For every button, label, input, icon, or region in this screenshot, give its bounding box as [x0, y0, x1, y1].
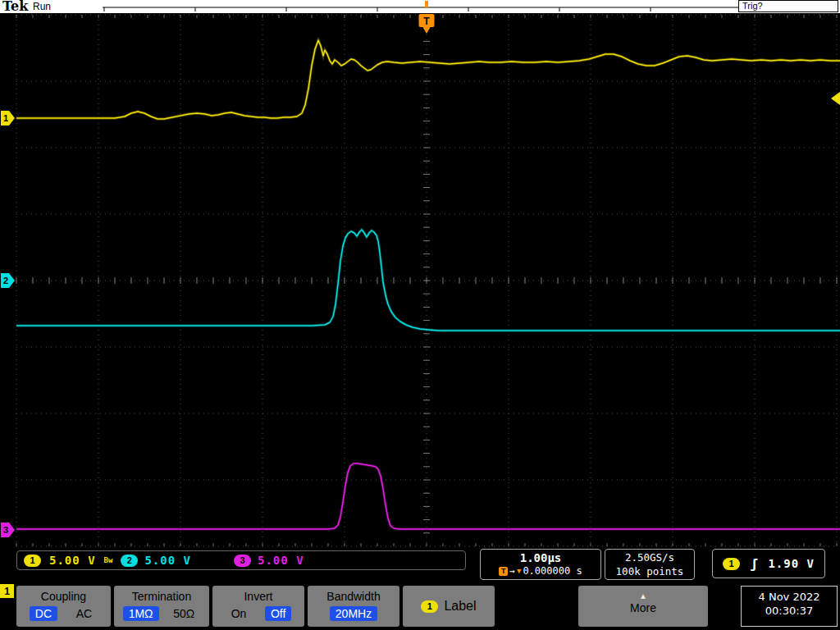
- channel-3-waveform: [16, 463, 840, 529]
- coupling-button[interactable]: Coupling DC AC: [16, 586, 111, 627]
- channel-1-bandwidth-limit-icon: Bw: [104, 556, 113, 564]
- horizontal-scale: 1.00µs: [481, 551, 600, 564]
- record-view-ruler: [0, 0, 840, 13]
- graticule-display: 123T: [0, 13, 840, 548]
- label-title: Label: [444, 599, 476, 614]
- channel-1-badge: 1: [24, 555, 41, 567]
- channel-markers: 123T: [1, 14, 840, 537]
- coupling-ac-option[interactable]: AC: [71, 606, 98, 621]
- invert-title: Invert: [212, 590, 304, 603]
- trigger-status-box: Trig?: [738, 0, 838, 12]
- more-title: More: [578, 601, 708, 614]
- graticule-grid: [16, 15, 837, 546]
- time-text: 00:30:37: [742, 605, 837, 617]
- datetime-display: 4 Nov 2022 00:30:37: [741, 586, 838, 627]
- coupling-dc-option[interactable]: DC: [30, 606, 57, 621]
- invert-off-option[interactable]: Off: [265, 606, 291, 621]
- bandwidth-20mhz-option[interactable]: 20MHz: [330, 606, 377, 621]
- trigger-position-flag-label: T: [423, 16, 430, 27]
- tek-logo: Tek: [2, 0, 28, 14]
- coupling-title: Coupling: [16, 590, 111, 603]
- channel-3-badge: 3: [234, 555, 251, 567]
- trigger-t-icon: T: [499, 567, 508, 576]
- record-length: 100k points: [605, 565, 694, 578]
- marker-triangle-icon: ▼: [517, 567, 521, 575]
- invert-on-option[interactable]: On: [226, 606, 253, 621]
- termination-1m-option[interactable]: 1MΩ: [123, 606, 159, 621]
- label-channel-badge: 1: [421, 600, 438, 613]
- trigger-level-arrow[interactable]: [831, 92, 840, 105]
- acquisition-run-status: Run: [33, 1, 51, 12]
- termination-50-option[interactable]: 50Ω: [167, 606, 200, 621]
- ruler-trigger-tick: [425, 1, 428, 7]
- trigger-slope-icon: ʃ: [750, 556, 758, 572]
- trigger-readout: 1 ʃ 1.90 V: [712, 549, 825, 578]
- softkey-menu: 1 Coupling DC AC Termination 1MΩ 50Ω Inv…: [0, 582, 840, 630]
- channel-1-menu-indicator: 1: [0, 584, 14, 598]
- horizontal-readout: 1.00µs T → ▼ 0.000000 s: [480, 549, 601, 580]
- waveform-traces: [16, 40, 840, 529]
- channel-3-position-label: 3: [3, 525, 8, 535]
- trigger-source-badge: 1: [723, 558, 740, 570]
- label-button[interactable]: 1 Label: [403, 586, 495, 627]
- trigger-level: 1.90 V: [768, 557, 815, 570]
- readout-strip: 1 5.00 V Bw 2 5.00 V 3 5.00 V 1.00µs T →…: [0, 548, 840, 582]
- channel-readouts: 1 5.00 V Bw 2 5.00 V 3 5.00 V: [16, 550, 466, 570]
- trigger-position-flag-tail: [423, 27, 431, 34]
- more-up-arrow-icon: ▲: [578, 591, 708, 600]
- channel-2-position-label: 2: [3, 276, 8, 285]
- channel-1-waveform: [16, 40, 840, 119]
- channel-1-position-label: 1: [3, 113, 8, 123]
- channel-1-waveform-glow: [16, 40, 840, 119]
- horizontal-position: 0.000000 s: [523, 565, 582, 577]
- acquisition-readout: 2.50GS/s 100k points: [605, 549, 695, 580]
- channel-3-scale: 5.00 V: [258, 554, 304, 567]
- channel-1-scale: 5.00 V: [49, 554, 96, 567]
- topbar: Tek Run Trig?: [0, 0, 840, 13]
- termination-title: Termination: [114, 590, 209, 603]
- more-button[interactable]: ▲ More: [578, 586, 708, 627]
- sample-rate: 2.50GS/s: [605, 551, 694, 564]
- arrow-icon: →: [509, 566, 515, 577]
- channel-2-scale: 5.00 V: [144, 554, 191, 567]
- oscilloscope-screen: Tek Run Trig? 123T 1 5.00 V Bw 2 5.00 V …: [0, 0, 840, 630]
- date-text: 4 Nov 2022: [742, 591, 837, 603]
- bandwidth-title: Bandwidth: [308, 590, 399, 603]
- termination-button[interactable]: Termination 1MΩ 50Ω: [114, 586, 209, 627]
- channel-3-waveform-glow: [16, 463, 840, 529]
- channel-2-badge: 2: [121, 555, 138, 567]
- invert-button[interactable]: Invert On Off: [212, 586, 304, 627]
- bandwidth-button[interactable]: Bandwidth 20MHz: [308, 586, 399, 627]
